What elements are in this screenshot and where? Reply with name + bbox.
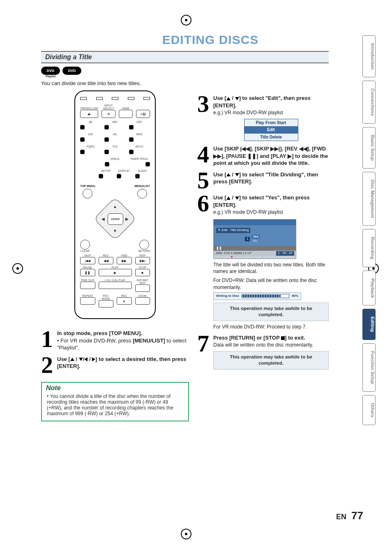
step-5-text: Use [ / ] to select "Title Dividing", th… bbox=[213, 171, 329, 190]
tab-others[interactable]: Others bbox=[362, 395, 376, 425]
writing-progress: Writing to Disc 90% bbox=[213, 292, 301, 300]
info-box: This operation may take awhile to be com… bbox=[213, 303, 329, 321]
intro-text: You can divide one title into two new ti… bbox=[41, 80, 329, 86]
tab-disc-management[interactable]: Disc Management bbox=[362, 172, 376, 226]
page-title: EDITING DISCS bbox=[41, 33, 380, 47]
registration-mark bbox=[181, 15, 192, 26]
step-number-4: 4 bbox=[197, 145, 209, 167]
step-number-2: 2 bbox=[41, 356, 53, 375]
side-tabs: Introduction Connections Basic Setup Dis… bbox=[362, 35, 376, 425]
osd-preview: ✎ Edit - Title Dividing 1 Yes No ❚❚ bbox=[213, 219, 296, 259]
badge-dvd-plus-rw: DVD bbox=[62, 67, 81, 75]
badge-caption: Playlist bbox=[41, 75, 60, 78]
tab-editing[interactable]: Editing bbox=[362, 309, 376, 340]
remote-illustration: OPEN/CLOSE⏏ INPUT SELECT⊕ HDMI I/⏻ .@/:1… bbox=[74, 90, 156, 319]
step-7-text: Press [RETURN] or [STOP ] to exit. Data … bbox=[213, 334, 329, 372]
dpad: ▲▼◀▶ ENTER bbox=[97, 200, 134, 237]
section-heading: Dividing a Title bbox=[41, 51, 329, 63]
tab-function-setup[interactable]: Function Setup bbox=[362, 343, 376, 392]
step-6-text: Use [ / ] to select "Yes", then press [E… bbox=[213, 194, 329, 330]
step-number-5: 5 bbox=[197, 171, 209, 190]
onscreen-menu: Play From Start Edit Title Delete bbox=[244, 119, 298, 141]
badge-dvd-rw-vr: DVD bbox=[41, 67, 60, 75]
step-number-6: 6 bbox=[197, 194, 209, 330]
tab-introduction[interactable]: Introduction bbox=[362, 35, 376, 77]
info-box: This operation may take awhile to be com… bbox=[213, 351, 329, 370]
step-4-text: Use [SKIP |◀◀], [SKIP ▶▶|], [REV ◀◀], [F… bbox=[213, 145, 329, 167]
registration-mark bbox=[181, 529, 192, 540]
tab-recording[interactable]: Recording bbox=[362, 229, 376, 267]
tab-basic-setup[interactable]: Basic Setup bbox=[362, 127, 376, 169]
step-number-7: 7 bbox=[197, 334, 209, 372]
step-3-text: Use [ / ] to select "Edit", then press [… bbox=[213, 95, 329, 141]
tab-connections[interactable]: Connections bbox=[362, 81, 376, 124]
step-1-text: In stop mode, press [TOP MENU]. • For VR… bbox=[57, 330, 189, 352]
disc-badges: DVD Playlist DVD bbox=[41, 67, 329, 78]
page-number: EN77 bbox=[336, 509, 363, 522]
note-heading: Note bbox=[42, 383, 188, 392]
registration-mark bbox=[12, 263, 24, 275]
step-number-1: 1 bbox=[41, 330, 53, 352]
note-box: Note • You cannot divide a title of the … bbox=[41, 382, 189, 421]
step-number-3: 3 bbox=[197, 95, 209, 141]
tab-playback[interactable]: Playback bbox=[362, 271, 376, 306]
step-2-text: Use [ / / / ] to select a desired title,… bbox=[57, 356, 189, 375]
note-body: • You cannot divide a title of the disc … bbox=[42, 392, 188, 421]
